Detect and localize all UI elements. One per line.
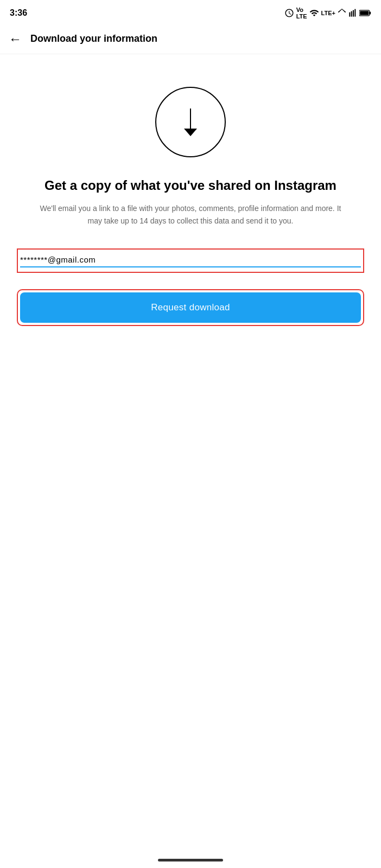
download-circle-icon (155, 87, 226, 157)
wifi-icon (309, 8, 319, 18)
svg-rect-2 (353, 10, 354, 17)
battery-icon (359, 9, 371, 17)
description-text: We'll email you a link to a file with yo… (39, 202, 342, 227)
email-input[interactable] (20, 253, 361, 267)
alarm-icon (284, 8, 294, 18)
email-input-wrapper (17, 248, 364, 273)
request-button-wrapper: Request download (17, 289, 364, 326)
status-time: 3:36 (10, 8, 27, 18)
svg-rect-3 (354, 9, 355, 17)
home-indicator (158, 859, 223, 861)
main-content: Get a copy of what you've shared on Inst… (0, 54, 381, 342)
signal2-icon (348, 9, 357, 17)
vo-lte-icon: VoLTE (296, 7, 307, 20)
svg-rect-5 (370, 11, 371, 14)
back-arrow-icon: ← (9, 31, 22, 47)
lte-plus-icon: LTE+ (321, 10, 335, 16)
request-download-button[interactable]: Request download (20, 292, 361, 323)
page-title: Download your information (30, 33, 157, 44)
svg-rect-1 (351, 11, 352, 17)
download-arrow-icon (184, 108, 197, 136)
status-bar: 3:36 VoLTE LTE+ (0, 0, 381, 24)
main-heading: Get a copy of what you've shared on Inst… (45, 177, 336, 194)
svg-rect-6 (360, 11, 369, 15)
signal1-icon (338, 9, 346, 17)
back-button[interactable]: ← (9, 31, 22, 47)
status-icons: VoLTE LTE+ (284, 7, 371, 20)
nav-bar: ← Download your information (0, 24, 381, 54)
svg-rect-0 (349, 12, 350, 17)
email-input-box (17, 248, 364, 273)
